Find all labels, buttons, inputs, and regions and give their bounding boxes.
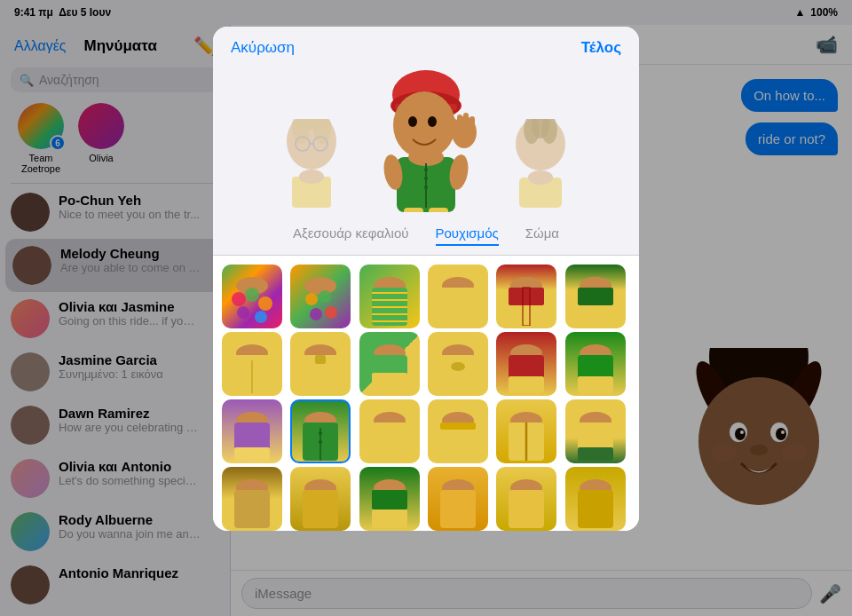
modal-topbar: Ακύρωση Τέλος xyxy=(213,27,639,66)
cancel-button[interactable]: Ακύρωση xyxy=(231,39,295,57)
svg-rect-113 xyxy=(372,423,407,461)
tab-clothing[interactable]: Ρουχισμός xyxy=(436,225,499,246)
svg-rect-49 xyxy=(404,208,423,212)
clothing-item-7[interactable] xyxy=(290,332,351,396)
clothing-item-2[interactable] xyxy=(359,265,420,328)
svg-point-56 xyxy=(528,170,553,185)
clothing-item-14[interactable] xyxy=(359,399,420,463)
clothing-item-22[interactable] xyxy=(496,467,556,531)
svg-rect-128 xyxy=(372,490,407,509)
svg-rect-84 xyxy=(578,288,613,305)
svg-rect-94 xyxy=(372,373,407,393)
clothing-item-4[interactable] xyxy=(496,265,556,328)
memoji-editor-modal: Ακύρωση Τέλος xyxy=(213,27,639,531)
avatar-preview-row xyxy=(213,66,639,222)
clothing-item-8[interactable] xyxy=(359,332,420,396)
svg-point-67 xyxy=(319,290,331,303)
svg-rect-122 xyxy=(578,447,613,461)
svg-rect-126 xyxy=(303,490,338,528)
svg-point-45 xyxy=(424,177,428,180)
svg-rect-40 xyxy=(451,118,456,134)
clothing-item-15[interactable] xyxy=(428,399,488,463)
svg-point-61 xyxy=(258,296,272,311)
svg-point-97 xyxy=(451,362,465,371)
clothing-grid xyxy=(213,256,639,531)
svg-rect-24 xyxy=(297,119,326,126)
svg-rect-103 xyxy=(578,376,613,393)
avatar-preview-right xyxy=(505,119,576,208)
svg-rect-124 xyxy=(234,490,270,528)
svg-point-111 xyxy=(319,440,322,444)
tab-body[interactable]: Σώμα xyxy=(525,225,559,246)
svg-point-35 xyxy=(428,116,437,127)
svg-rect-133 xyxy=(509,490,544,528)
svg-point-60 xyxy=(245,288,259,302)
svg-point-69 xyxy=(325,306,337,319)
clothing-item-23[interactable] xyxy=(565,467,626,531)
done-button[interactable]: Τέλος xyxy=(581,39,621,57)
svg-point-46 xyxy=(424,186,428,189)
clothing-item-6[interactable] xyxy=(222,332,282,396)
svg-rect-129 xyxy=(372,509,407,528)
clothing-item-20[interactable] xyxy=(359,467,420,531)
svg-rect-96 xyxy=(440,355,476,393)
svg-point-34 xyxy=(408,116,417,127)
clothing-item-11[interactable] xyxy=(565,332,626,396)
svg-rect-106 xyxy=(234,447,270,461)
clothing-item-1[interactable] xyxy=(290,265,351,328)
svg-point-26 xyxy=(299,170,324,184)
clothing-item-10[interactable] xyxy=(496,332,556,396)
clothing-item-13[interactable] xyxy=(290,399,351,463)
tab-row: Αξεσουάρ κεφαλιού Ρουχισμός Σώμα xyxy=(213,222,639,256)
svg-rect-135 xyxy=(578,490,613,528)
clothing-item-0[interactable] xyxy=(222,265,282,328)
svg-point-68 xyxy=(310,308,322,320)
modal-overlay: Ακύρωση Τέλος xyxy=(0,0,852,616)
clothing-item-17[interactable] xyxy=(565,399,626,463)
svg-rect-81 xyxy=(509,305,544,326)
svg-point-110 xyxy=(319,431,322,435)
clothing-item-16[interactable] xyxy=(496,399,556,463)
svg-rect-91 xyxy=(315,355,326,364)
svg-rect-131 xyxy=(440,490,476,528)
avatar-preview-left xyxy=(276,119,347,208)
svg-rect-37 xyxy=(457,115,462,134)
svg-rect-100 xyxy=(509,376,544,393)
svg-point-44 xyxy=(424,168,428,171)
avatar-preview-main xyxy=(368,75,484,208)
svg-rect-38 xyxy=(463,113,469,134)
svg-point-63 xyxy=(255,311,267,323)
svg-point-59 xyxy=(232,292,246,306)
svg-rect-39 xyxy=(469,116,475,134)
svg-point-64 xyxy=(304,277,336,295)
clothing-item-9[interactable] xyxy=(428,332,488,396)
svg-rect-50 xyxy=(429,208,448,212)
clothing-item-3[interactable] xyxy=(428,265,488,328)
svg-point-62 xyxy=(237,306,249,319)
tab-head-accessories[interactable]: Αξεσουάρ κεφαλιού xyxy=(293,225,409,246)
svg-rect-78 xyxy=(440,288,476,326)
svg-point-66 xyxy=(305,293,318,305)
clothing-item-5[interactable] xyxy=(565,265,626,328)
svg-rect-116 xyxy=(440,423,476,430)
clothing-item-18[interactable] xyxy=(222,467,282,531)
clothing-item-21[interactable] xyxy=(428,467,488,531)
clothing-item-19[interactable] xyxy=(290,467,351,531)
clothing-item-12[interactable] xyxy=(222,399,282,463)
svg-rect-85 xyxy=(578,305,613,326)
svg-rect-80 xyxy=(509,288,544,305)
